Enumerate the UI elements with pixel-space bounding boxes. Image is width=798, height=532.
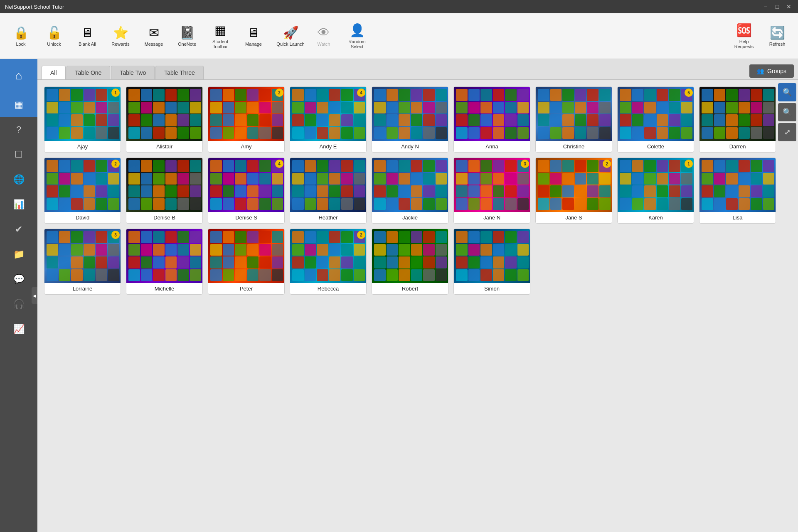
minimize-button[interactable]: −: [761, 2, 770, 11]
tile: [317, 160, 328, 172]
toolbar-item-random_select[interactable]: 👤Random Select: [340, 17, 374, 55]
student-card[interactable]: Heather: [290, 158, 367, 224]
tile: [493, 127, 505, 139]
student-card[interactable]: Alistair: [126, 86, 203, 153]
tile: [456, 114, 468, 126]
student-card[interactable]: 1Karen: [617, 158, 694, 224]
tile: [190, 256, 202, 268]
student-name: Darren: [699, 141, 776, 152]
student-card[interactable]: Denise B: [126, 158, 203, 224]
tile: [387, 102, 398, 114]
toolbar-item-rewards[interactable]: ⭐Rewards: [104, 17, 137, 55]
tile: [669, 127, 680, 139]
close-button[interactable]: ✕: [785, 2, 793, 11]
tile: [354, 173, 365, 185]
toolbar-item-blank_all[interactable]: 🖥Blank All: [71, 17, 104, 55]
student-card[interactable]: Robert: [372, 229, 448, 295]
student-card[interactable]: Jackie: [372, 158, 448, 224]
student-card[interactable]: 2Rebecca: [290, 229, 367, 295]
sidebar-home[interactable]: ⌂: [0, 59, 37, 92]
student-card[interactable]: Lisa: [699, 158, 776, 224]
fit-button[interactable]: ⤢: [778, 123, 796, 141]
sidebar-item-grid[interactable]: ▦: [0, 92, 37, 117]
toolbar-item-message[interactable]: ✉Message: [137, 17, 170, 55]
groups-label: Groups: [767, 68, 786, 74]
student-card[interactable]: Peter: [208, 229, 285, 295]
collapse-button[interactable]: ◀: [32, 287, 37, 304]
toolbar-item-quick_launch[interactable]: 🚀Quick Launch: [274, 17, 307, 55]
student-card[interactable]: 3Jane N: [453, 158, 530, 224]
sidebar-item-globe[interactable]: 🌐: [0, 167, 37, 192]
groups-button[interactable]: 👥 Groups: [749, 64, 794, 78]
home-icon: ⌂: [15, 69, 22, 82]
tile: [411, 231, 423, 243]
student-card[interactable]: Anna: [453, 86, 530, 153]
student-card[interactable]: 4Andy E: [290, 86, 367, 153]
tile: [354, 160, 365, 172]
tile: [575, 198, 586, 210]
tile: [153, 127, 165, 139]
tile: [247, 198, 259, 210]
student-card[interactable]: 2David: [44, 158, 121, 224]
tab-all[interactable]: All: [42, 66, 66, 79]
toolbar-item-onenote[interactable]: 📓OneNote: [170, 17, 204, 55]
toolbar-item-student_toolbar[interactable]: ▦Student Toolbar: [204, 17, 237, 55]
zoom_in-button[interactable]: 🔍: [778, 83, 796, 101]
student-card[interactable]: Christine: [535, 86, 612, 153]
tile: [341, 160, 353, 172]
tile: [210, 114, 222, 126]
tile: [751, 173, 762, 185]
tile: [190, 89, 202, 101]
tile: [456, 127, 468, 139]
tile: [411, 198, 423, 210]
student-card[interactable]: 4Denise S: [208, 158, 285, 224]
sidebar-item-folder[interactable]: 📁: [0, 242, 37, 267]
tile: [620, 173, 631, 185]
student-card[interactable]: Simon: [453, 229, 530, 295]
tile: [562, 102, 574, 114]
tile: [108, 244, 120, 256]
tile: [714, 173, 726, 185]
tile: [59, 160, 71, 172]
screen-tiles: [538, 160, 611, 210]
toolbar-item-refresh[interactable]: 🔄Refresh: [761, 17, 794, 55]
maximize-button[interactable]: □: [773, 2, 781, 11]
screen-tiles: [374, 160, 447, 210]
toolbar-item-unlock[interactable]: 🔓Unlock: [37, 17, 71, 55]
student-card[interactable]: Andy N: [372, 86, 448, 153]
tab-table_three[interactable]: Table Three: [155, 66, 204, 79]
tile: [84, 269, 95, 281]
toolbar-item-help_requests[interactable]: 🆘Help Requests: [727, 17, 761, 55]
student-card[interactable]: Michelle: [126, 229, 203, 295]
tile: [141, 244, 153, 256]
tile: [505, 185, 517, 197]
tile: [190, 160, 202, 172]
tile: [341, 256, 353, 268]
student-card[interactable]: 1Ajay: [44, 86, 121, 153]
toolbar-item-manage[interactable]: 🖥Manage: [237, 17, 270, 55]
tile: [669, 185, 680, 197]
tab-table_one[interactable]: Table One: [66, 66, 111, 79]
student-card[interactable]: 5Colette: [617, 86, 694, 153]
sidebar-item-browser[interactable]: ☐: [0, 142, 37, 167]
student-card[interactable]: 2Amy: [208, 86, 285, 153]
tile: [71, 160, 83, 172]
student-card[interactable]: 2Jane S: [535, 158, 612, 224]
tile: [669, 198, 680, 210]
tile: [259, 89, 271, 101]
zoom_out-button[interactable]: 🔍: [778, 103, 796, 121]
tile: [468, 198, 480, 210]
student-screenshot: 3: [454, 158, 530, 212]
student-card[interactable]: 3Lorraine: [44, 229, 121, 295]
tile: [96, 160, 107, 172]
sidebar-item-chart[interactable]: 📊: [0, 192, 37, 217]
tab-table_two[interactable]: Table Two: [111, 66, 155, 79]
sidebar-item-help[interactable]: ?: [0, 117, 37, 142]
sidebar-item-checklist[interactable]: ✔: [0, 217, 37, 242]
tile: [329, 244, 341, 256]
toolbar-item-lock[interactable]: 🔒Lock: [4, 17, 37, 55]
sidebar-item-monitor[interactable]: 📈: [0, 317, 37, 342]
student-card[interactable]: Darren: [699, 86, 776, 153]
tile: [575, 102, 586, 114]
quick_launch-icon: 🚀: [283, 25, 298, 40]
